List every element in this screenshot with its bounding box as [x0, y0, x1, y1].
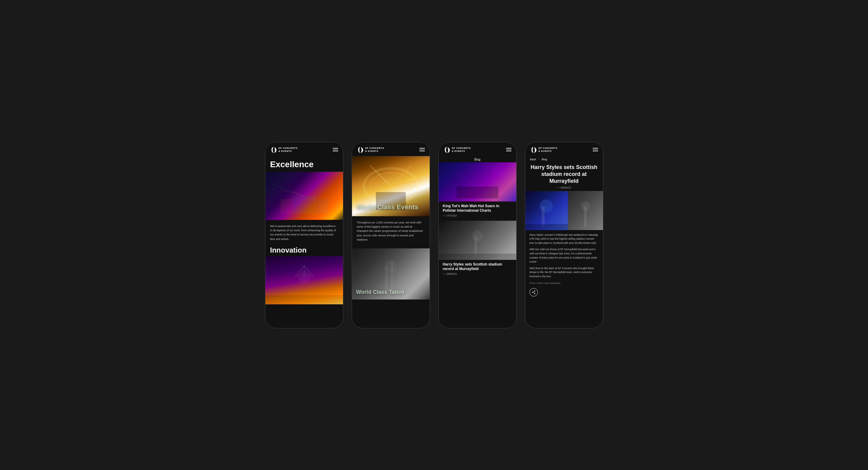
phone4-article-title: Harry Styles sets Scottish stadium recor… — [525, 162, 603, 186]
phones-container: DF CONCERTS & EVENTS Excellence — [265, 142, 603, 328]
phone2-menu-button[interactable] — [420, 148, 425, 151]
phone3-card-1: King Tut's Wah Wah Hut Soars in Pollstar… — [439, 162, 516, 220]
phone4-article-body: Harry Styles' concert in Edinburgh last … — [525, 230, 603, 280]
svg-line-39 — [533, 291, 534, 292]
phone1-innovation-heading: Innovation — [266, 243, 343, 256]
svg-point-27 — [472, 230, 483, 241]
phone1-logo: DF CONCERTS & EVENTS — [270, 146, 298, 153]
phone3-card1-title: King Tut's Wah Wah Hut Soars in Pollstar… — [443, 204, 512, 213]
phone-2: DF CONCERTS & EVENTS World Class Ev — [352, 142, 430, 328]
svg-point-37 — [532, 292, 533, 293]
svg-rect-21 — [391, 261, 393, 291]
svg-point-38 — [534, 293, 535, 294]
phone4-menu-button[interactable] — [593, 148, 598, 151]
nav-back-link[interactable]: Back — [530, 158, 536, 161]
svg-line-40 — [533, 292, 534, 293]
phone1-logo-text: DF CONCERTS & EVENTS — [279, 147, 298, 153]
svg-rect-31 — [541, 206, 545, 227]
phone4-article-image — [525, 191, 603, 230]
phone3-card1-image — [439, 162, 516, 201]
phone1-header: DF CONCERTS & EVENTS — [266, 142, 343, 156]
phone-4: DF CONCERTS & EVENTS Back › Blog Harry S… — [525, 142, 603, 328]
phone2-logo: DF CONCERTS & EVENTS — [357, 146, 384, 153]
svg-rect-20 — [385, 267, 388, 291]
phone3-card1-text: King Tut's Wah Wah Hut Soars in Pollstar… — [439, 201, 516, 220]
phone2-body-text: Throughout our 1,000 concerts per year, … — [352, 216, 430, 246]
svg-point-36 — [534, 291, 535, 291]
phone4-logo-text: DF CONCERTS & EVENTS — [538, 147, 558, 153]
phone3-card2-text: Harry Styles sets Scottish stadium recor… — [439, 260, 516, 278]
phone1-innovation-image — [266, 256, 343, 304]
phone4-header: DF CONCERTS & EVENTS — [525, 142, 603, 156]
phone3-menu-button[interactable] — [506, 148, 512, 151]
phone3-card2-image — [439, 221, 516, 260]
svg-rect-11 — [266, 295, 343, 304]
svg-rect-32 — [525, 224, 568, 230]
phone2-logo-text: DF CONCERTS & EVENTS — [365, 147, 384, 153]
phone4-para-1: Harry Styles' concert in Edinburgh last … — [529, 233, 599, 245]
phone3-logo: DF CONCERTS & EVENTS — [443, 146, 471, 153]
share-button[interactable] — [529, 288, 538, 297]
phone1-excellence-heading: Excellence — [266, 156, 343, 172]
svg-rect-26 — [457, 186, 498, 198]
nav-separator: › — [538, 158, 539, 161]
svg-rect-29 — [439, 254, 516, 260]
phone2-hero-image: World Class Events — [352, 156, 430, 216]
phone2-hero-text: World Class Events — [357, 203, 418, 211]
phone3-card2-title: Harry Styles sets Scottish stadium recor… — [443, 262, 512, 272]
phone3-card-2: Harry Styles sets Scottish stadium recor… — [439, 221, 516, 278]
svg-rect-1 — [280, 198, 292, 213]
svg-line-5 — [271, 184, 304, 196]
phone4-nav: Back › Blog — [525, 156, 603, 162]
phone2-header: DF CONCERTS & EVENTS — [352, 142, 430, 156]
phone3-blog-label: Blog — [439, 156, 516, 162]
phone2-talent-image: World Class Talent — [352, 248, 430, 300]
svg-point-30 — [539, 199, 553, 212]
svg-line-4 — [304, 190, 328, 196]
phone-1: DF CONCERTS & EVENTS Excellence — [265, 142, 343, 328]
phone3-card1-date: — 17/10/23 — [443, 213, 512, 219]
svg-line-6 — [304, 184, 337, 196]
svg-rect-2 — [316, 198, 328, 213]
phone4-para-2: With two sold out shows at BT Murrayfiel… — [529, 247, 599, 264]
phone3-logo-text: DF CONCERTS & EVENTS — [452, 147, 471, 153]
phone4-article-date: — 29/05/23 — [525, 186, 603, 191]
svg-line-3 — [280, 190, 304, 196]
phone4-para-3: Well done to the team at DF Concerts who… — [529, 266, 599, 279]
phone3-card2-date: — 29/05/23 — [443, 272, 512, 277]
phone2-talent-text: World Class Talent — [356, 289, 404, 296]
svg-rect-0 — [292, 196, 316, 214]
phone4-photo-credit: Photo credit: Lloyd Wakefield — [525, 280, 603, 287]
svg-rect-35 — [584, 206, 587, 227]
nav-blog-link[interactable]: Blog — [542, 158, 547, 161]
phone1-menu-button[interactable] — [333, 148, 338, 151]
phone3-header: DF CONCERTS & EVENTS — [439, 142, 516, 156]
phone4-logo: DF CONCERTS & EVENTS — [530, 146, 558, 153]
phone1-excellence-text: We're passionate and care about deliveri… — [266, 220, 343, 244]
df-logo-icon-3 — [443, 146, 450, 153]
df-logo-icon-4 — [530, 146, 537, 153]
svg-rect-28 — [474, 236, 477, 257]
df-logo-icon-2 — [357, 146, 364, 153]
svg-point-23 — [491, 167, 506, 182]
phone-3: DF CONCERTS & EVENTS Blog — [438, 142, 517, 328]
df-logo-icon — [270, 146, 277, 153]
phone1-excellence-image — [266, 172, 343, 220]
